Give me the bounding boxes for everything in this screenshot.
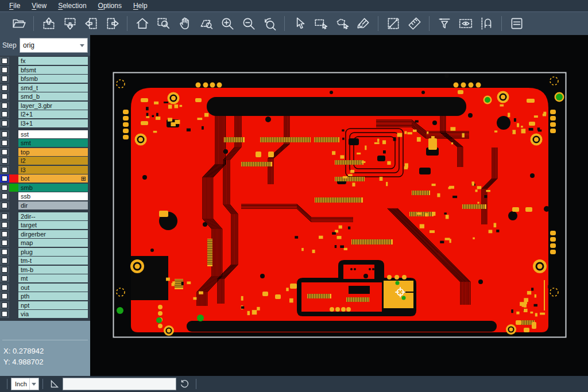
layer-name[interactable]: fx bbox=[18, 57, 88, 65]
layer-color-swatch[interactable] bbox=[9, 130, 18, 138]
layer-color-swatch[interactable] bbox=[9, 148, 18, 156]
layer-name[interactable]: smd_b bbox=[18, 92, 88, 100]
layer-visibility-checkbox[interactable] bbox=[0, 284, 9, 292]
layer-name[interactable]: mt bbox=[18, 274, 88, 282]
menu-help[interactable]: Help bbox=[127, 1, 153, 11]
layer-color-swatch[interactable] bbox=[9, 230, 18, 238]
layer-visibility-checkbox[interactable] bbox=[0, 212, 9, 220]
menu-selection[interactable]: Selection bbox=[52, 1, 92, 11]
layer-color-swatch[interactable] bbox=[9, 221, 18, 229]
menu-file[interactable]: File bbox=[3, 1, 26, 11]
view-options-button[interactable] bbox=[457, 14, 475, 33]
snap-magnet-button[interactable] bbox=[478, 14, 496, 33]
move-up-button[interactable] bbox=[40, 14, 58, 33]
layer-name[interactable]: bfsmb bbox=[18, 75, 88, 83]
home-view-button[interactable] bbox=[133, 14, 152, 33]
layer-visibility-checkbox[interactable] bbox=[0, 192, 9, 200]
zoom-previous-button[interactable] bbox=[261, 14, 279, 33]
layer-name[interactable]: ssb bbox=[18, 192, 88, 200]
layer-name[interactable]: bot⊞ bbox=[18, 174, 88, 183]
layer-visibility-checkbox[interactable] bbox=[0, 57, 9, 65]
layer-color-swatch[interactable] bbox=[9, 157, 18, 165]
layer-name[interactable]: target bbox=[18, 221, 88, 229]
layer-color-swatch[interactable] bbox=[9, 248, 18, 256]
grid-icon[interactable]: ⊞ bbox=[81, 176, 86, 181]
layer-color-swatch[interactable] bbox=[9, 201, 18, 209]
paint-brush-button[interactable] bbox=[354, 14, 373, 33]
layer-color-swatch[interactable] bbox=[9, 66, 18, 74]
measure-ruler-button[interactable] bbox=[405, 14, 424, 33]
layer-color-swatch[interactable] bbox=[9, 174, 18, 183]
layer-color-swatch[interactable] bbox=[9, 301, 18, 309]
layer-visibility-checkbox[interactable] bbox=[0, 148, 9, 156]
command-input[interactable] bbox=[63, 378, 176, 390]
layer-color-swatch[interactable] bbox=[9, 257, 18, 265]
move-left-button[interactable] bbox=[82, 14, 100, 33]
refresh-icon[interactable] bbox=[178, 378, 191, 390]
layer-name[interactable]: tm-b bbox=[18, 266, 88, 274]
layer-name[interactable]: bfsmt bbox=[18, 66, 88, 74]
corner-angle-icon[interactable] bbox=[48, 378, 61, 390]
layer-name[interactable]: npt bbox=[18, 301, 88, 309]
menu-options[interactable]: Options bbox=[92, 1, 127, 11]
layer-name[interactable]: 2dir-- bbox=[18, 212, 88, 220]
layer-name[interactable]: plug bbox=[18, 248, 88, 256]
layer-name[interactable]: tm-t bbox=[18, 257, 88, 265]
layer-name[interactable]: dirgerber bbox=[18, 230, 88, 238]
layer-visibility-checkbox[interactable] bbox=[0, 130, 9, 138]
layer-visibility-checkbox[interactable] bbox=[0, 157, 9, 165]
open-folder-button[interactable] bbox=[10, 14, 28, 33]
layer-name[interactable]: dir bbox=[18, 201, 88, 209]
layer-color-swatch[interactable] bbox=[9, 119, 18, 127]
layer-visibility-checkbox[interactable] bbox=[0, 166, 9, 174]
layer-color-swatch[interactable] bbox=[9, 92, 18, 100]
layer-visibility-checkbox[interactable] bbox=[0, 310, 9, 318]
layer-color-swatch[interactable] bbox=[9, 192, 18, 200]
report-list-button[interactable] bbox=[508, 14, 526, 33]
layer-visibility-checkbox[interactable] bbox=[0, 201, 9, 209]
layer-color-swatch[interactable] bbox=[9, 266, 18, 274]
layer-visibility-checkbox[interactable] bbox=[0, 301, 9, 309]
layer-visibility-checkbox[interactable] bbox=[0, 292, 9, 300]
layer-name[interactable]: l3+1 bbox=[18, 119, 88, 127]
layer-visibility-checkbox[interactable] bbox=[0, 266, 9, 274]
layer-name[interactable]: l3 bbox=[18, 166, 88, 174]
layer-visibility-checkbox[interactable] bbox=[0, 174, 9, 183]
select-polygon-button[interactable] bbox=[333, 14, 351, 33]
layer-name[interactable]: via bbox=[18, 310, 88, 318]
layer-color-swatch[interactable] bbox=[9, 184, 18, 192]
layer-name[interactable]: layer_3.gbr bbox=[18, 102, 88, 110]
layer-visibility-checkbox[interactable] bbox=[0, 248, 9, 256]
zoom-in-button[interactable] bbox=[218, 14, 237, 33]
zoom-dynamic-button[interactable] bbox=[197, 14, 215, 33]
pcb-viewport[interactable] bbox=[90, 35, 588, 376]
filter-button[interactable] bbox=[435, 14, 454, 33]
unit-select[interactable]: Inch bbox=[11, 378, 39, 390]
layer-visibility-checkbox[interactable] bbox=[0, 274, 9, 282]
layer-color-swatch[interactable] bbox=[9, 110, 18, 118]
layer-visibility-checkbox[interactable] bbox=[0, 239, 9, 247]
move-right-button[interactable] bbox=[103, 14, 122, 33]
layer-color-swatch[interactable] bbox=[9, 166, 18, 174]
layer-color-swatch[interactable] bbox=[9, 139, 18, 147]
layer-visibility-checkbox[interactable] bbox=[0, 184, 9, 192]
layer-visibility-checkbox[interactable] bbox=[0, 102, 9, 110]
layer-name[interactable]: smd_t bbox=[18, 84, 88, 92]
layer-visibility-checkbox[interactable] bbox=[0, 119, 9, 127]
layer-name[interactable]: map bbox=[18, 239, 88, 247]
layer-name[interactable]: l2 bbox=[18, 157, 88, 165]
layer-name[interactable]: smt bbox=[18, 139, 88, 147]
pan-hand-button[interactable] bbox=[176, 14, 194, 33]
layer-visibility-checkbox[interactable] bbox=[0, 84, 9, 92]
layer-name[interactable]: sst bbox=[18, 130, 88, 138]
layer-color-swatch[interactable] bbox=[9, 310, 18, 318]
layer-color-swatch[interactable] bbox=[9, 239, 18, 247]
layer-name[interactable]: top bbox=[18, 148, 88, 156]
layer-name[interactable]: smb bbox=[18, 184, 88, 192]
zoom-window-button[interactable] bbox=[154, 14, 173, 33]
select-cursor-button[interactable] bbox=[291, 14, 309, 33]
layer-name[interactable]: out bbox=[18, 284, 88, 292]
select-rectangle-button[interactable] bbox=[312, 14, 330, 33]
layer-color-swatch[interactable] bbox=[9, 102, 18, 110]
layer-color-swatch[interactable] bbox=[9, 84, 18, 92]
